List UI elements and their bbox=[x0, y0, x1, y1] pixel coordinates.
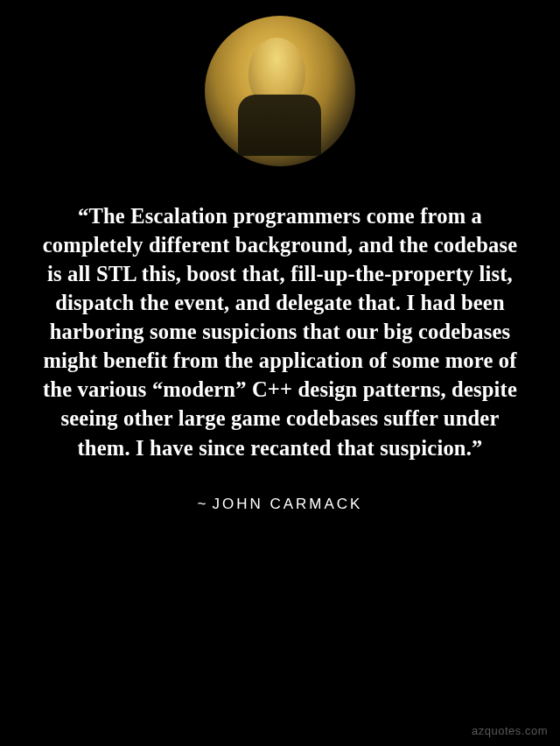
author-avatar bbox=[205, 16, 355, 166]
author-name: JOHN CARMACK bbox=[212, 496, 362, 512]
author-attribution: ~JOHN CARMACK bbox=[198, 496, 363, 512]
watermark: azquotes.com bbox=[472, 724, 548, 737]
quote-text: “The Escalation programmers come from a … bbox=[33, 201, 527, 462]
quote-container: “The Escalation programmers come from a … bbox=[0, 166, 560, 462]
avatar-container bbox=[0, 0, 560, 166]
author-prefix: ~ bbox=[198, 496, 209, 512]
author-container: ~JOHN CARMACK bbox=[0, 496, 560, 513]
